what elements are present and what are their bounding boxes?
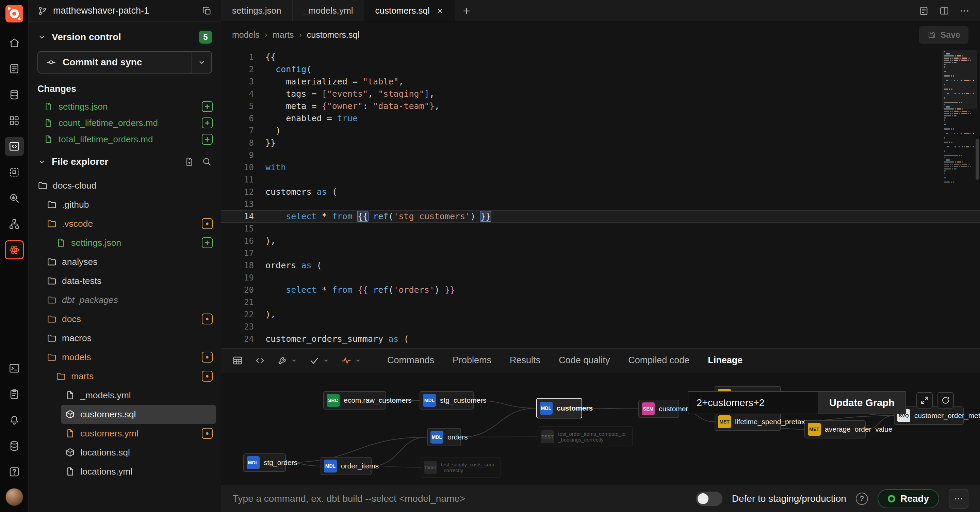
search-files-icon[interactable] xyxy=(202,156,212,167)
command-more-button[interactable] xyxy=(949,489,969,509)
refresh-graph-button[interactable] xyxy=(937,392,954,408)
close-icon[interactable] xyxy=(436,7,444,15)
command-input[interactable]: Type a command, ex. dbt build --select <… xyxy=(233,493,686,504)
breadcrumb-item[interactable]: models xyxy=(232,30,259,40)
lineage-node-stg_customers[interactable]: MDL stg_customers xyxy=(420,391,474,410)
panel-tab-problems[interactable]: Problems xyxy=(453,355,492,365)
tree-item-analyses[interactable]: analyses xyxy=(29,252,221,271)
results-table-button[interactable] xyxy=(232,355,243,366)
help-icon[interactable]: ? xyxy=(856,493,868,505)
semantic-layer-icon[interactable] xyxy=(5,240,24,259)
code-line-1[interactable]: 1{{ xyxy=(221,51,980,63)
lineage-node-orders[interactable]: MDL orders xyxy=(427,428,461,446)
data-icon[interactable] xyxy=(5,436,24,456)
outline-icon[interactable] xyxy=(919,6,929,16)
code-line-21[interactable]: 21 xyxy=(221,296,980,308)
commit-and-sync-button[interactable]: Commit and sync xyxy=(37,51,212,73)
format-dropdown[interactable] xyxy=(341,355,361,366)
tree-item-locations.yml[interactable]: locations.yml xyxy=(29,462,221,481)
avatar[interactable] xyxy=(5,488,23,506)
more-options-icon[interactable] xyxy=(959,6,970,16)
lineage-node-customers[interactable]: MDL customers xyxy=(536,398,582,418)
lineage-selector-input[interactable] xyxy=(688,391,818,414)
code-line-13[interactable]: 13 xyxy=(221,198,980,211)
panel-tab-code-quality[interactable]: Code quality xyxy=(559,355,610,365)
tree-item-docs[interactable]: docs• xyxy=(29,309,221,329)
panel-tab-lineage[interactable]: Lineage xyxy=(708,355,743,365)
lineage-node-test_order_items[interactable]: TEST test_order_items_compute_to_booking… xyxy=(538,426,633,447)
tab-settings.json[interactable]: settings.json xyxy=(221,0,293,21)
home-icon[interactable] xyxy=(5,33,24,53)
save-button[interactable]: Save xyxy=(919,26,969,43)
tree-item-models[interactable]: models• xyxy=(29,348,221,367)
lineage-node-lifetime_spend_pretax[interactable]: MET lifetime_spend_pretax xyxy=(714,413,781,431)
changed-file-row[interactable]: settings.json + xyxy=(29,98,221,115)
notifications-icon[interactable] xyxy=(5,411,24,430)
lint-dropdown[interactable] xyxy=(309,355,329,366)
version-control-header[interactable]: Version control 5 xyxy=(29,22,221,50)
update-graph-button[interactable]: Update Graph xyxy=(818,391,906,414)
tree-item-.github[interactable]: .github xyxy=(29,195,221,214)
deploy-icon[interactable] xyxy=(5,214,24,233)
code-line-24[interactable]: 24customer_orders_summary as ( xyxy=(221,333,980,345)
apps-icon[interactable] xyxy=(5,111,24,130)
panel-tab-results[interactable]: Results xyxy=(510,355,540,365)
code-line-16[interactable]: 16), xyxy=(221,235,980,247)
tree-item-docs-cloud[interactable]: docs-cloud xyxy=(29,176,221,195)
code-editor[interactable]: 1{{ 2 config( 3 materialized = "table", … xyxy=(221,48,980,348)
code-preview-button[interactable] xyxy=(255,355,266,366)
code-line-19[interactable]: 19 xyxy=(221,272,980,284)
notebook-icon[interactable] xyxy=(5,59,24,78)
tree-item-customers.sql[interactable]: customers.sql xyxy=(61,405,216,424)
lineage-canvas[interactable]: Update Graph SRC ecom.raw_customers MDL … xyxy=(221,372,980,485)
code-line-2[interactable]: 2 config( xyxy=(221,63,980,76)
code-line-8[interactable]: 8}} xyxy=(221,137,980,149)
code-line-20[interactable]: 20 select * from {{ ref('orders') }} xyxy=(221,284,980,296)
tree-item-.vscode[interactable]: .vscode• xyxy=(29,214,221,233)
defer-toggle[interactable] xyxy=(696,491,722,506)
fullscreen-button[interactable] xyxy=(916,392,933,408)
breadcrumb-item[interactable]: customers.sql xyxy=(307,30,360,40)
lineage-node-average_order_value[interactable]: MET average_order_value xyxy=(804,420,865,439)
tasks-icon[interactable] xyxy=(5,385,24,404)
lineage-node-stg_orders[interactable]: MDL stg_orders xyxy=(243,453,286,472)
file-explorer-header[interactable]: File explorer xyxy=(29,147,221,173)
code-line-10[interactable]: 10with xyxy=(221,161,980,174)
code-line-22[interactable]: 22), xyxy=(221,308,980,321)
code-line-14[interactable]: 14 select * from {{ ref('stg_customers')… xyxy=(221,211,980,223)
changed-file-row[interactable]: total_lifetime_orders.md + xyxy=(29,131,221,147)
changed-file-row[interactable]: count_lifetime_orders.md + xyxy=(29,115,221,131)
tab-customers.sql[interactable]: customers.sql xyxy=(364,0,455,21)
extensions-icon[interactable] xyxy=(5,163,24,182)
code-line-12[interactable]: 12customers as ( xyxy=(221,186,980,198)
code-line-23[interactable]: 23 xyxy=(221,321,980,333)
status-badge[interactable]: Ready xyxy=(878,489,939,508)
minimap[interactable] xyxy=(944,50,974,183)
explore-icon[interactable] xyxy=(5,188,24,208)
code-line-6[interactable]: 6 enabled = true xyxy=(221,112,980,124)
panel-tab-compiled-code[interactable]: Compiled code xyxy=(628,355,689,365)
panel-tab-commands[interactable]: Commands xyxy=(387,355,434,365)
sql-tools-dropdown[interactable] xyxy=(277,355,298,366)
code-line-4[interactable]: 4 tags = ["events", "staging"], xyxy=(221,88,980,100)
develop-icon[interactable] xyxy=(5,137,24,156)
lineage-node-customers_sem[interactable]: SEM customers xyxy=(638,400,679,418)
branch-row[interactable]: matthewshaver-patch-1 xyxy=(29,0,221,22)
lineage-node-raw_customers[interactable]: SRC ecom.raw_customers xyxy=(323,391,386,410)
commit-options-caret[interactable] xyxy=(192,52,211,73)
tree-item-macros[interactable]: macros xyxy=(29,329,221,348)
code-line-18[interactable]: 18orders as ( xyxy=(221,259,980,272)
tree-item-marts[interactable]: marts• xyxy=(29,367,221,386)
terminal-icon[interactable] xyxy=(5,359,24,378)
tree-item-data-tests[interactable]: data-tests xyxy=(29,271,221,290)
tree-item-_models.yml[interactable]: _models.yml xyxy=(29,386,221,405)
code-line-9[interactable]: 9 xyxy=(221,149,980,161)
split-editor-icon[interactable] xyxy=(939,6,950,16)
lineage-node-order_items[interactable]: MDL order_items xyxy=(321,457,372,475)
tree-item-dbt_packages[interactable]: dbt_packages xyxy=(29,290,221,309)
scrollbar-thumb[interactable] xyxy=(975,139,979,180)
tab-_models.yml[interactable]: _models.yml xyxy=(293,0,364,21)
environments-icon[interactable] xyxy=(5,85,24,104)
code-line-11[interactable]: 11 xyxy=(221,174,980,186)
dbt-logo-icon[interactable] xyxy=(5,4,24,23)
